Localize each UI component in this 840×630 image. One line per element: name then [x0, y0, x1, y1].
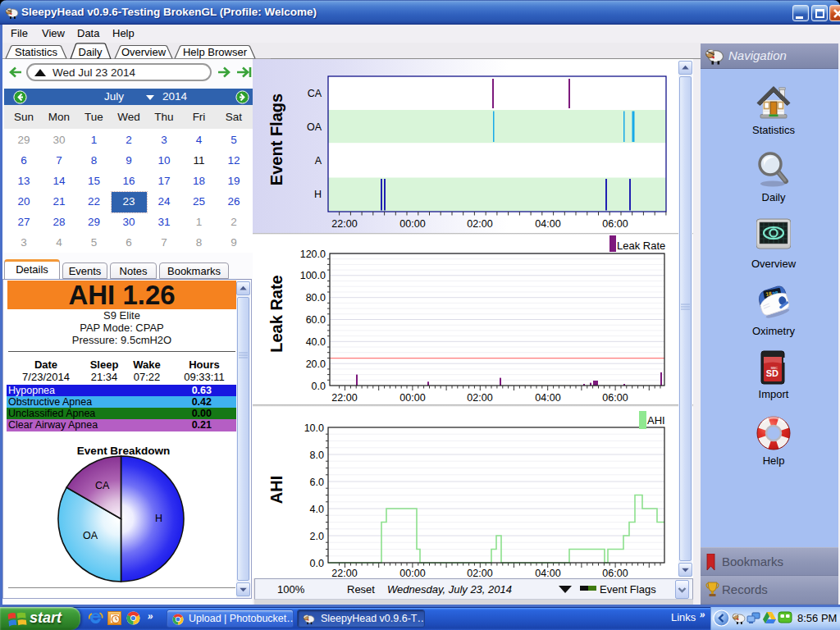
svg-text:20.0: 20.0 — [306, 358, 326, 370]
svg-text:6.0: 6.0 — [310, 477, 324, 488]
svg-text:100.0: 100.0 — [300, 270, 326, 281]
svg-text:04:00: 04:00 — [535, 568, 560, 578]
svg-text:H: H — [314, 189, 322, 200]
svg-text:02:00: 02:00 — [467, 392, 492, 404]
svg-text:10.0: 10.0 — [304, 422, 324, 434]
svg-text:Statistics: Statistics — [15, 46, 58, 58]
svg-text:80.0: 80.0 — [306, 292, 326, 304]
svg-text:22:00: 22:00 — [331, 568, 357, 578]
svg-text:Leak Rate: Leak Rate — [617, 240, 665, 252]
svg-text:CA: CA — [308, 88, 322, 99]
svg-text:OA: OA — [307, 121, 322, 133]
svg-text:SD: SD — [766, 368, 778, 378]
svg-text:Help Browser: Help Browser — [183, 46, 248, 58]
svg-text:22:00: 22:00 — [331, 392, 357, 404]
svg-text:4.0: 4.0 — [310, 504, 324, 515]
svg-text:22:00: 22:00 — [331, 218, 357, 230]
svg-text:120.0: 120.0 — [300, 249, 326, 260]
svg-text:06:00: 06:00 — [602, 568, 628, 578]
svg-text:06:00: 06:00 — [602, 392, 628, 404]
svg-text:60.0: 60.0 — [306, 314, 326, 326]
svg-text:40.0: 40.0 — [306, 336, 326, 348]
svg-text:2.0: 2.0 — [310, 531, 324, 542]
svg-text:02:00: 02:00 — [467, 218, 492, 230]
svg-text:8.0: 8.0 — [310, 450, 324, 461]
svg-text:06:00: 06:00 — [602, 218, 628, 230]
svg-text:AHI: AHI — [267, 476, 285, 504]
svg-text:00:00: 00:00 — [399, 392, 425, 404]
svg-text:00:00: 00:00 — [399, 568, 425, 578]
svg-text:04:00: 04:00 — [535, 218, 560, 230]
svg-text:AHI: AHI — [647, 414, 665, 427]
svg-text:Overview: Overview — [121, 46, 167, 58]
svg-text:0.0: 0.0 — [310, 558, 324, 569]
svg-text:A: A — [315, 155, 322, 167]
svg-text:Daily: Daily — [79, 46, 103, 58]
svg-text:0.0: 0.0 — [312, 381, 326, 392]
svg-text:Leak Rate: Leak Rate — [267, 275, 285, 353]
svg-text:04:00: 04:00 — [535, 392, 560, 404]
svg-text:Event Flags: Event Flags — [267, 94, 285, 185]
svg-text:00:00: 00:00 — [399, 218, 425, 230]
svg-text:02:00: 02:00 — [467, 568, 492, 578]
